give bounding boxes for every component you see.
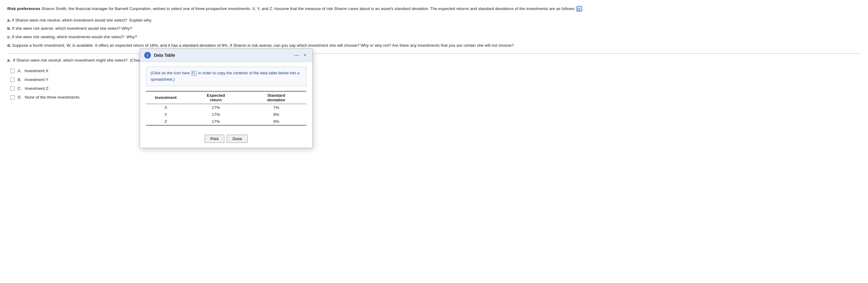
- section-divider: [7, 54, 861, 54]
- choice-a-label: A.: [18, 67, 22, 75]
- return-x: 17%: [186, 104, 246, 111]
- modal-controls: — ×: [293, 53, 308, 58]
- return-y: 17%: [186, 111, 246, 118]
- print-button[interactable]: Print: [205, 135, 224, 143]
- part-a-question: a. If Sharon were risk neutral, which in…: [7, 58, 861, 63]
- page: Risk preferences Sharon Smith, the finan…: [0, 0, 868, 283]
- data-table: Investment Expected return Standard devi…: [146, 91, 306, 126]
- modal-title: Data Table: [154, 53, 290, 58]
- modal-body: (Click on the icon here in order to copy…: [140, 62, 312, 131]
- checkbox-b[interactable]: [10, 78, 14, 82]
- intro-text: Sharon Smith, the financial manager for …: [41, 6, 576, 11]
- intro-bold-label: Risk preferences: [7, 6, 40, 11]
- checkbox-d[interactable]: [10, 95, 14, 100]
- copy-notice: (Click on the icon here in order to copy…: [146, 67, 306, 86]
- choice-a[interactable]: A. Investment X: [10, 67, 861, 75]
- choice-b-text: Investment Y: [25, 75, 49, 84]
- col-header-investment: Investment: [146, 91, 186, 104]
- std-y: 8%: [246, 111, 306, 118]
- choice-a-text: Investment X: [25, 67, 49, 75]
- checkbox-a[interactable]: [10, 69, 14, 73]
- investment-z: Z: [146, 118, 186, 125]
- choice-d-label: D.: [18, 93, 22, 101]
- choice-d-text: None of the three investments.: [25, 93, 81, 101]
- choice-b-label: B.: [18, 75, 22, 84]
- choice-b[interactable]: B. Investment Y: [10, 75, 861, 84]
- data-table-modal: i Data Table — × (Click on the icon here…: [140, 48, 313, 148]
- question-d: d. Suppose a fourth investment, W, is av…: [7, 41, 861, 49]
- table-row: X 17% 7%: [146, 104, 306, 111]
- table-row: Y 17% 8%: [146, 111, 306, 118]
- table-icon[interactable]: [577, 6, 582, 11]
- choice-c[interactable]: C. Investment Z.: [10, 84, 861, 93]
- questions-section: a. If Sharon were risk neutral, which in…: [7, 16, 861, 49]
- std-x: 7%: [246, 104, 306, 111]
- intro-paragraph: Risk preferences Sharon Smith, the finan…: [7, 5, 861, 12]
- checkbox-c[interactable]: [10, 86, 14, 91]
- minimize-button[interactable]: —: [293, 53, 300, 58]
- modal-header: i Data Table — ×: [140, 49, 312, 62]
- copy-icon[interactable]: [192, 71, 196, 76]
- choice-d[interactable]: D. None of the three investments.: [10, 93, 861, 101]
- std-z: 9%: [246, 118, 306, 125]
- choice-c-label: C.: [18, 84, 22, 93]
- investment-y: Y: [146, 111, 186, 118]
- question-b: b. If she were risk averse, which invest…: [7, 25, 861, 32]
- return-z: 17%: [186, 118, 246, 125]
- copy-notice-before: (Click on the icon here: [151, 71, 190, 75]
- col-header-expected-return: Expected return: [186, 91, 246, 104]
- investment-x: X: [146, 104, 186, 111]
- close-button[interactable]: ×: [302, 53, 308, 58]
- question-a: a. If Sharon were risk neutral, which in…: [7, 16, 861, 24]
- question-c: c. If she were risk seeking, which inves…: [7, 33, 861, 41]
- col-header-std-deviation: Standard deviation: [246, 91, 306, 104]
- info-icon: i: [144, 52, 151, 59]
- done-button[interactable]: Done: [227, 135, 248, 143]
- modal-footer: Print Done: [140, 131, 312, 148]
- answer-choices: A. Investment X B. Investment Y C. Inves…: [10, 67, 861, 101]
- table-row: Z 17% 9%: [146, 118, 306, 125]
- choice-c-text: Investment Z.: [25, 84, 50, 93]
